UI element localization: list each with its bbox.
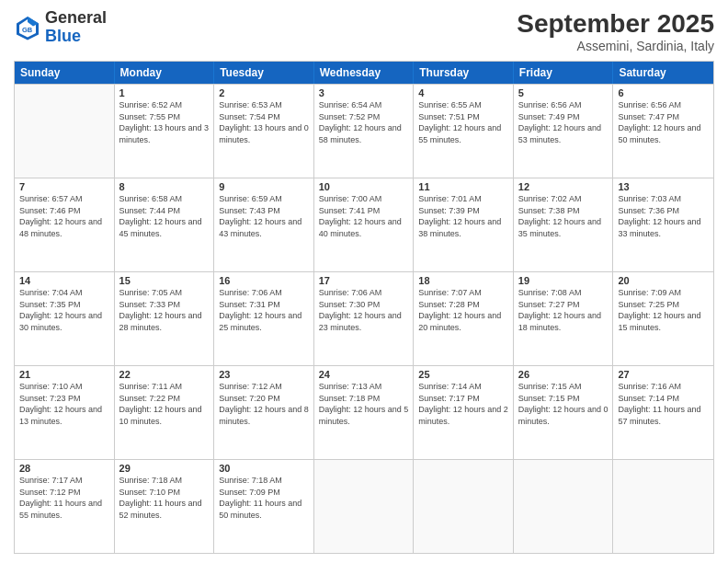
calendar-cell-8: 8Sunrise: 6:58 AMSunset: 7:44 PMDaylight…	[115, 178, 215, 271]
day-number: 15	[119, 275, 210, 286]
day-info: Sunrise: 6:54 AMSunset: 7:52 PMDaylight:…	[319, 99, 409, 145]
day-info: Sunrise: 6:52 AMSunset: 7:55 PMDaylight:…	[119, 99, 210, 145]
calendar-cell-17: 17Sunrise: 7:06 AMSunset: 7:30 PMDayligh…	[314, 272, 415, 365]
day-info: Sunrise: 7:08 AMSunset: 7:27 PMDaylight:…	[518, 287, 609, 333]
calendar-cell-6: 6Sunrise: 6:56 AMSunset: 7:47 PMDaylight…	[613, 85, 713, 178]
day-info: Sunrise: 7:05 AMSunset: 7:33 PMDaylight:…	[119, 287, 210, 333]
header-day-saturday: Saturday	[613, 62, 713, 84]
calendar-cell-5: 5Sunrise: 6:56 AMSunset: 7:49 PMDaylight…	[514, 85, 614, 178]
header: GB General Blue September 2025 Assemini,…	[14, 9, 714, 53]
day-info: Sunrise: 6:57 AMSunset: 7:46 PMDaylight:…	[19, 193, 109, 239]
calendar-cell-11: 11Sunrise: 7:01 AMSunset: 7:39 PMDayligh…	[414, 178, 514, 271]
calendar-cell-14: 14Sunrise: 7:04 AMSunset: 7:35 PMDayligh…	[15, 272, 115, 365]
calendar-cell-empty-5	[514, 460, 614, 553]
calendar-cell-21: 21Sunrise: 7:10 AMSunset: 7:23 PMDayligh…	[15, 366, 115, 459]
title-section: September 2025 Assemini, Sardinia, Italy	[517, 9, 714, 53]
day-number: 27	[618, 369, 709, 380]
header-day-tuesday: Tuesday	[214, 62, 314, 84]
day-info: Sunrise: 7:17 AMSunset: 7:12 PMDaylight:…	[19, 475, 109, 521]
day-info: Sunrise: 6:56 AMSunset: 7:47 PMDaylight:…	[618, 99, 709, 145]
day-info: Sunrise: 7:01 AMSunset: 7:39 PMDaylight:…	[418, 193, 508, 239]
day-info: Sunrise: 7:18 AMSunset: 7:10 PMDaylight:…	[119, 475, 210, 521]
calendar-cell-29: 29Sunrise: 7:18 AMSunset: 7:10 PMDayligh…	[115, 460, 215, 553]
logo-general: General	[45, 8, 107, 27]
day-info: Sunrise: 7:10 AMSunset: 7:23 PMDaylight:…	[19, 381, 109, 427]
calendar-cell-16: 16Sunrise: 7:06 AMSunset: 7:31 PMDayligh…	[214, 272, 314, 365]
day-info: Sunrise: 6:56 AMSunset: 7:49 PMDaylight:…	[518, 99, 609, 145]
calendar-cell-30: 30Sunrise: 7:18 AMSunset: 7:09 PMDayligh…	[214, 460, 314, 553]
day-number: 17	[319, 275, 409, 286]
subtitle: Assemini, Sardinia, Italy	[517, 39, 714, 53]
day-number: 12	[518, 181, 609, 192]
calendar-cell-empty-3	[314, 460, 415, 553]
calendar-cell-27: 27Sunrise: 7:16 AMSunset: 7:14 PMDayligh…	[613, 366, 713, 459]
calendar-body: 1Sunrise: 6:52 AMSunset: 7:55 PMDaylight…	[15, 84, 713, 553]
day-info: Sunrise: 7:02 AMSunset: 7:38 PMDaylight:…	[518, 193, 609, 239]
calendar-week-0: 1Sunrise: 6:52 AMSunset: 7:55 PMDaylight…	[15, 84, 713, 178]
day-number: 2	[219, 87, 309, 98]
calendar-week-4: 28Sunrise: 7:17 AMSunset: 7:12 PMDayligh…	[15, 459, 713, 553]
day-info: Sunrise: 7:16 AMSunset: 7:14 PMDaylight:…	[618, 381, 709, 427]
calendar-week-1: 7Sunrise: 6:57 AMSunset: 7:46 PMDaylight…	[15, 178, 713, 271]
day-number: 1	[119, 87, 210, 98]
header-day-wednesday: Wednesday	[314, 62, 415, 84]
day-number: 25	[418, 369, 508, 380]
day-number: 22	[119, 369, 210, 380]
calendar-cell-empty-0	[15, 85, 115, 178]
calendar-cell-23: 23Sunrise: 7:12 AMSunset: 7:20 PMDayligh…	[214, 366, 314, 459]
calendar-cell-4: 4Sunrise: 6:55 AMSunset: 7:51 PMDaylight…	[414, 85, 514, 178]
day-number: 11	[418, 181, 508, 192]
day-number: 28	[19, 463, 109, 474]
calendar-cell-15: 15Sunrise: 7:05 AMSunset: 7:33 PMDayligh…	[115, 272, 215, 365]
header-day-sunday: Sunday	[15, 62, 115, 84]
header-day-monday: Monday	[115, 62, 215, 84]
day-info: Sunrise: 7:14 AMSunset: 7:17 PMDaylight:…	[418, 381, 508, 427]
day-number: 14	[19, 275, 109, 286]
day-number: 21	[19, 369, 109, 380]
header-day-thursday: Thursday	[414, 62, 514, 84]
day-info: Sunrise: 7:09 AMSunset: 7:25 PMDaylight:…	[618, 287, 709, 333]
page: GB General Blue September 2025 Assemini,…	[0, 0, 728, 563]
calendar-cell-28: 28Sunrise: 7:17 AMSunset: 7:12 PMDayligh…	[15, 460, 115, 553]
calendar-cell-empty-6	[613, 460, 713, 553]
month-title: September 2025	[517, 9, 714, 39]
calendar-cell-13: 13Sunrise: 7:03 AMSunset: 7:36 PMDayligh…	[613, 178, 713, 271]
day-number: 18	[418, 275, 508, 286]
day-info: Sunrise: 7:03 AMSunset: 7:36 PMDaylight:…	[618, 193, 709, 239]
day-info: Sunrise: 6:58 AMSunset: 7:44 PMDaylight:…	[119, 193, 210, 239]
logo: GB General Blue	[14, 9, 107, 46]
day-number: 8	[119, 181, 210, 192]
calendar-cell-7: 7Sunrise: 6:57 AMSunset: 7:46 PMDaylight…	[15, 178, 115, 271]
day-info: Sunrise: 7:06 AMSunset: 7:30 PMDaylight:…	[319, 287, 409, 333]
day-info: Sunrise: 7:12 AMSunset: 7:20 PMDaylight:…	[219, 381, 309, 427]
day-info: Sunrise: 7:04 AMSunset: 7:35 PMDaylight:…	[19, 287, 109, 333]
calendar-cell-12: 12Sunrise: 7:02 AMSunset: 7:38 PMDayligh…	[514, 178, 614, 271]
day-number: 26	[518, 369, 609, 380]
day-info: Sunrise: 7:11 AMSunset: 7:22 PMDaylight:…	[119, 381, 210, 427]
day-number: 20	[618, 275, 709, 286]
day-info: Sunrise: 6:55 AMSunset: 7:51 PMDaylight:…	[418, 99, 508, 145]
calendar-cell-18: 18Sunrise: 7:07 AMSunset: 7:28 PMDayligh…	[414, 272, 514, 365]
header-day-friday: Friday	[514, 62, 614, 84]
day-info: Sunrise: 7:18 AMSunset: 7:09 PMDaylight:…	[219, 475, 309, 521]
day-info: Sunrise: 7:07 AMSunset: 7:28 PMDaylight:…	[418, 287, 508, 333]
day-number: 6	[618, 87, 709, 98]
day-number: 3	[319, 87, 409, 98]
calendar: SundayMondayTuesdayWednesdayThursdayFrid…	[14, 61, 714, 554]
calendar-cell-10: 10Sunrise: 7:00 AMSunset: 7:41 PMDayligh…	[314, 178, 415, 271]
calendar-cell-22: 22Sunrise: 7:11 AMSunset: 7:22 PMDayligh…	[115, 366, 215, 459]
svg-text:GB: GB	[22, 25, 33, 33]
calendar-cell-26: 26Sunrise: 7:15 AMSunset: 7:15 PMDayligh…	[514, 366, 614, 459]
day-number: 5	[518, 87, 609, 98]
day-number: 4	[418, 87, 508, 98]
calendar-cell-1: 1Sunrise: 6:52 AMSunset: 7:55 PMDaylight…	[115, 85, 215, 178]
day-info: Sunrise: 6:53 AMSunset: 7:54 PMDaylight:…	[219, 99, 309, 145]
day-number: 29	[119, 463, 210, 474]
day-number: 7	[19, 181, 109, 192]
calendar-header: SundayMondayTuesdayWednesdayThursdayFrid…	[15, 62, 713, 84]
calendar-week-3: 21Sunrise: 7:10 AMSunset: 7:23 PMDayligh…	[15, 365, 713, 459]
day-number: 19	[518, 275, 609, 286]
calendar-cell-19: 19Sunrise: 7:08 AMSunset: 7:27 PMDayligh…	[514, 272, 614, 365]
day-number: 23	[219, 369, 309, 380]
day-number: 16	[219, 275, 309, 286]
